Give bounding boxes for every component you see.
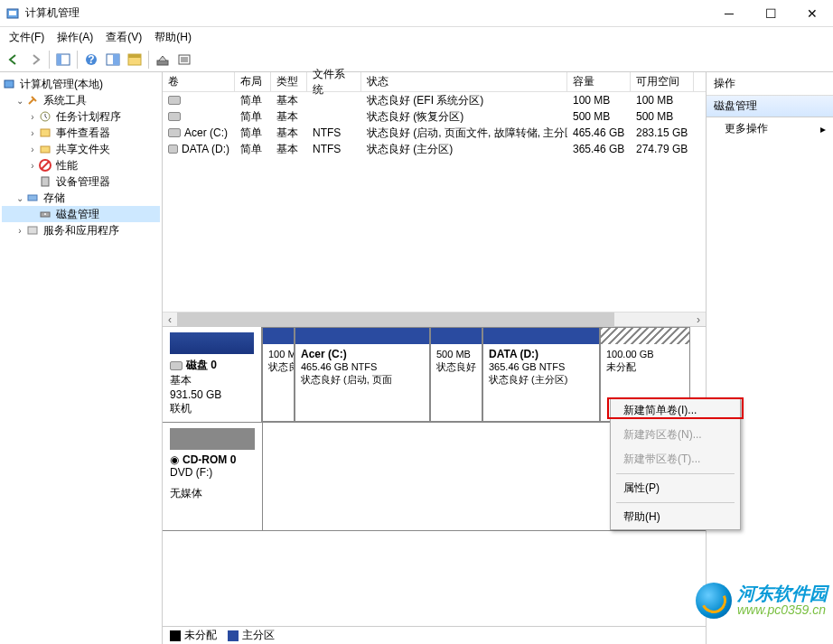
partition[interactable]: DATA (D:)365.46 GB NTFS状态良好 (主分区) [482,327,600,422]
performance-icon [38,158,52,173]
volume-row[interactable]: DATA (D:)简单基本NTFS状态良好 (主分区)365.46 GB274.… [163,141,706,157]
tree-task-scheduler[interactable]: ›任务计划程序 [2,108,160,125]
tree-root[interactable]: 计算机管理(本地) [2,76,160,92]
actions-section[interactable]: 磁盘管理 [707,96,833,117]
svg-rect-15 [5,80,14,88]
menubar: 文件(F) 操作(A) 查看(V) 帮助(H) [0,27,833,47]
svg-rect-17 [41,129,50,136]
main-content: 卷 布局 类型 文件系统 状态 容量 可用空间 简单基本状态良好 (EFI 系统… [163,72,707,644]
svg-rect-3 [57,54,61,65]
app-icon [5,6,20,21]
partition[interactable]: 500 MB状态良好 [430,327,482,422]
menu-help[interactable]: 帮助(H) [149,28,197,47]
svg-rect-25 [28,227,37,234]
list-button[interactable] [174,50,194,70]
clock-icon [38,109,52,124]
window-title: 计算机管理 [25,5,708,21]
col-layout[interactable]: 布局 [235,72,271,91]
navigation-tree[interactable]: 计算机管理(本地) ⌄系统工具 ›任务计划程序 ›事件查看器 ›共享文件夹 ›性… [0,72,163,644]
svg-rect-1 [9,11,16,15]
volume-row[interactable]: 简单基本状态良好 (EFI 系统分区)100 MB100 MB [163,92,706,108]
volume-list[interactable]: 卷 布局 类型 文件系统 状态 容量 可用空间 简单基本状态良好 (EFI 系统… [163,72,706,327]
tree-event-viewer[interactable]: ›事件查看器 [2,125,160,141]
svg-rect-7 [113,54,119,65]
svg-rect-9 [128,54,141,58]
computer-icon [2,77,16,91]
close-button[interactable]: ✕ [791,0,833,26]
partition[interactable]: 100 MB状态良好 [262,327,295,422]
settings-button[interactable] [153,50,173,70]
ctx-help[interactable]: 帮助(H) [611,505,740,529]
volume-list-header: 卷 布局 类型 文件系统 状态 容量 可用空间 [163,72,706,92]
context-menu: 新建简单卷(I)... 新建跨区卷(N)... 新建带区卷(T)... 属性(P… [610,397,741,530]
tree-disk-management[interactable]: 磁盘管理 [2,206,160,222]
tools-icon [25,93,40,107]
device-icon [38,174,52,189]
watermark-logo [696,583,732,619]
menu-action[interactable]: 操作(A) [51,28,98,47]
toolbar: ? [0,47,833,72]
ctx-new-spanned-volume: 新建跨区卷(N)... [611,423,740,447]
actions-title: 操作 [707,72,833,96]
svg-line-20 [42,162,49,169]
tree-shared-folders[interactable]: ›共享文件夹 [2,141,160,157]
minimize-button[interactable]: ─ [708,0,750,26]
horizontal-scrollbar[interactable]: ‹ › [163,312,706,326]
tree-services[interactable]: ›服务和应用程序 [2,222,160,238]
cdrom-info: ◉CD-ROM 0 DVD (F:) 无媒体 [163,423,262,530]
col-capacity[interactable]: 容量 [567,72,631,91]
storage-icon [25,191,40,205]
chevron-right-icon: ▸ [820,123,826,135]
event-icon [38,126,52,140]
svg-rect-21 [42,177,49,186]
back-button[interactable] [4,50,23,70]
help-button[interactable]: ? [81,50,101,70]
col-status[interactable]: 状态 [361,72,567,91]
disk-0-info: 磁盘 0 基本 931.50 GB 联机 [163,327,262,422]
actions-more[interactable]: 更多操作▸ [707,117,833,140]
folder-icon [38,142,52,156]
tree-performance[interactable]: ›性能 [2,157,160,173]
show-hide-button[interactable] [53,50,73,70]
menu-file[interactable]: 文件(F) [4,28,50,47]
ctx-new-striped-volume: 新建带区卷(T)... [611,447,740,471]
titlebar: 计算机管理 ─ ☐ ✕ [0,0,833,27]
actions-pane: 操作 磁盘管理 更多操作▸ [707,72,833,644]
partition[interactable]: Acer (C:)465.46 GB NTFS状态良好 (启动, 页面 [295,327,430,422]
disk-icon [170,361,183,370]
watermark: 河东软件园 www.pc0359.cn [696,583,828,619]
col-filesystem[interactable]: 文件系统 [307,72,361,91]
view-button[interactable] [125,50,145,70]
col-volume[interactable]: 卷 [163,72,235,91]
tree-device-manager[interactable]: 设备管理器 [2,173,160,190]
ctx-properties[interactable]: 属性(P) [611,476,740,500]
volume-row[interactable]: 简单基本状态良好 (恢复分区)500 MB500 MB [163,108,706,125]
svg-rect-18 [41,146,50,153]
svg-rect-10 [157,61,168,65]
services-icon [25,223,40,238]
col-type[interactable]: 类型 [271,72,307,91]
tree-storage[interactable]: ⌄存储 [2,190,160,206]
disk-icon [38,207,52,221]
ctx-new-simple-volume[interactable]: 新建简单卷(I)... [611,398,740,423]
legend: 未分配 主分区 [163,626,706,644]
cdrom-icon: ◉ [170,453,179,466]
volume-row[interactable]: Acer (C:)简单基本NTFS状态良好 (启动, 页面文件, 故障转储, 主… [163,125,706,141]
tree-system-tools[interactable]: ⌄系统工具 [2,92,160,108]
svg-point-24 [44,213,46,215]
forward-button[interactable] [25,50,45,70]
maximize-button[interactable]: ☐ [750,0,791,26]
menu-view[interactable]: 查看(V) [100,28,147,47]
svg-text:?: ? [88,53,94,66]
svg-rect-22 [28,195,37,201]
col-free[interactable]: 可用空间 [631,72,694,91]
refresh-button[interactable] [103,50,123,70]
